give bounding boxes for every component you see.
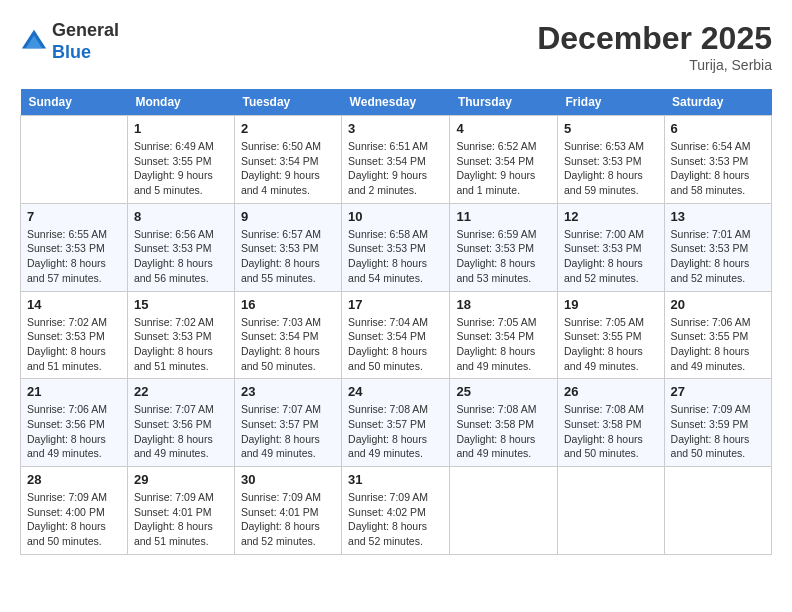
calendar-cell: 6Sunrise: 6:54 AMSunset: 3:53 PMDaylight… [664, 116, 771, 204]
day-info: Sunrise: 6:51 AMSunset: 3:54 PMDaylight:… [348, 139, 443, 198]
day-info: Sunrise: 6:58 AMSunset: 3:53 PMDaylight:… [348, 227, 443, 286]
page-header: General Blue December 2025 Turija, Serbi… [20, 20, 772, 73]
calendar-cell: 3Sunrise: 6:51 AMSunset: 3:54 PMDaylight… [342, 116, 450, 204]
day-number: 23 [241, 384, 335, 399]
calendar-cell: 29Sunrise: 7:09 AMSunset: 4:01 PMDayligh… [127, 467, 234, 555]
day-number: 19 [564, 297, 658, 312]
day-info: Sunrise: 6:53 AMSunset: 3:53 PMDaylight:… [564, 139, 658, 198]
day-number: 21 [27, 384, 121, 399]
calendar-cell: 9Sunrise: 6:57 AMSunset: 3:53 PMDaylight… [234, 203, 341, 291]
calendar-cell [21, 116, 128, 204]
day-number: 11 [456, 209, 551, 224]
calendar-cell: 11Sunrise: 6:59 AMSunset: 3:53 PMDayligh… [450, 203, 558, 291]
calendar-cell: 4Sunrise: 6:52 AMSunset: 3:54 PMDaylight… [450, 116, 558, 204]
day-number: 3 [348, 121, 443, 136]
day-info: Sunrise: 7:05 AMSunset: 3:54 PMDaylight:… [456, 315, 551, 374]
day-number: 15 [134, 297, 228, 312]
calendar-cell: 25Sunrise: 7:08 AMSunset: 3:58 PMDayligh… [450, 379, 558, 467]
col-monday: Monday [127, 89, 234, 116]
day-info: Sunrise: 7:06 AMSunset: 3:55 PMDaylight:… [671, 315, 765, 374]
calendar-cell: 1Sunrise: 6:49 AMSunset: 3:55 PMDaylight… [127, 116, 234, 204]
calendar-cell: 18Sunrise: 7:05 AMSunset: 3:54 PMDayligh… [450, 291, 558, 379]
day-info: Sunrise: 6:54 AMSunset: 3:53 PMDaylight:… [671, 139, 765, 198]
day-number: 5 [564, 121, 658, 136]
title-area: December 2025 Turija, Serbia [537, 20, 772, 73]
col-thursday: Thursday [450, 89, 558, 116]
calendar-cell: 30Sunrise: 7:09 AMSunset: 4:01 PMDayligh… [234, 467, 341, 555]
day-number: 17 [348, 297, 443, 312]
day-info: Sunrise: 6:49 AMSunset: 3:55 PMDaylight:… [134, 139, 228, 198]
day-info: Sunrise: 7:02 AMSunset: 3:53 PMDaylight:… [27, 315, 121, 374]
col-tuesday: Tuesday [234, 89, 341, 116]
day-info: Sunrise: 7:07 AMSunset: 3:56 PMDaylight:… [134, 402, 228, 461]
logo: General Blue [20, 20, 119, 63]
day-info: Sunrise: 7:05 AMSunset: 3:55 PMDaylight:… [564, 315, 658, 374]
calendar-cell: 22Sunrise: 7:07 AMSunset: 3:56 PMDayligh… [127, 379, 234, 467]
day-info: Sunrise: 7:03 AMSunset: 3:54 PMDaylight:… [241, 315, 335, 374]
calendar-cell [664, 467, 771, 555]
calendar-cell: 24Sunrise: 7:08 AMSunset: 3:57 PMDayligh… [342, 379, 450, 467]
calendar-cell: 28Sunrise: 7:09 AMSunset: 4:00 PMDayligh… [21, 467, 128, 555]
day-info: Sunrise: 7:00 AMSunset: 3:53 PMDaylight:… [564, 227, 658, 286]
day-number: 30 [241, 472, 335, 487]
day-info: Sunrise: 7:09 AMSunset: 4:02 PMDaylight:… [348, 490, 443, 549]
day-info: Sunrise: 7:09 AMSunset: 4:00 PMDaylight:… [27, 490, 121, 549]
day-info: Sunrise: 7:02 AMSunset: 3:53 PMDaylight:… [134, 315, 228, 374]
calendar-cell: 2Sunrise: 6:50 AMSunset: 3:54 PMDaylight… [234, 116, 341, 204]
day-info: Sunrise: 7:06 AMSunset: 3:56 PMDaylight:… [27, 402, 121, 461]
col-sunday: Sunday [21, 89, 128, 116]
calendar: Sunday Monday Tuesday Wednesday Thursday… [20, 89, 772, 555]
day-number: 8 [134, 209, 228, 224]
day-number: 9 [241, 209, 335, 224]
day-number: 26 [564, 384, 658, 399]
day-info: Sunrise: 7:09 AMSunset: 4:01 PMDaylight:… [134, 490, 228, 549]
day-info: Sunrise: 6:57 AMSunset: 3:53 PMDaylight:… [241, 227, 335, 286]
col-friday: Friday [557, 89, 664, 116]
calendar-cell: 21Sunrise: 7:06 AMSunset: 3:56 PMDayligh… [21, 379, 128, 467]
day-number: 4 [456, 121, 551, 136]
day-number: 10 [348, 209, 443, 224]
calendar-cell: 27Sunrise: 7:09 AMSunset: 3:59 PMDayligh… [664, 379, 771, 467]
day-number: 31 [348, 472, 443, 487]
day-number: 27 [671, 384, 765, 399]
calendar-cell: 10Sunrise: 6:58 AMSunset: 3:53 PMDayligh… [342, 203, 450, 291]
day-info: Sunrise: 7:07 AMSunset: 3:57 PMDaylight:… [241, 402, 335, 461]
day-info: Sunrise: 6:56 AMSunset: 3:53 PMDaylight:… [134, 227, 228, 286]
day-info: Sunrise: 6:52 AMSunset: 3:54 PMDaylight:… [456, 139, 551, 198]
day-number: 7 [27, 209, 121, 224]
day-number: 29 [134, 472, 228, 487]
day-info: Sunrise: 7:08 AMSunset: 3:57 PMDaylight:… [348, 402, 443, 461]
day-info: Sunrise: 7:09 AMSunset: 4:01 PMDaylight:… [241, 490, 335, 549]
day-number: 16 [241, 297, 335, 312]
calendar-cell: 19Sunrise: 7:05 AMSunset: 3:55 PMDayligh… [557, 291, 664, 379]
day-number: 25 [456, 384, 551, 399]
location: Turija, Serbia [537, 57, 772, 73]
calendar-cell: 13Sunrise: 7:01 AMSunset: 3:53 PMDayligh… [664, 203, 771, 291]
day-info: Sunrise: 7:09 AMSunset: 3:59 PMDaylight:… [671, 402, 765, 461]
day-number: 6 [671, 121, 765, 136]
calendar-cell: 15Sunrise: 7:02 AMSunset: 3:53 PMDayligh… [127, 291, 234, 379]
calendar-cell: 20Sunrise: 7:06 AMSunset: 3:55 PMDayligh… [664, 291, 771, 379]
day-number: 18 [456, 297, 551, 312]
calendar-cell: 7Sunrise: 6:55 AMSunset: 3:53 PMDaylight… [21, 203, 128, 291]
calendar-cell: 31Sunrise: 7:09 AMSunset: 4:02 PMDayligh… [342, 467, 450, 555]
calendar-cell [557, 467, 664, 555]
calendar-cell: 12Sunrise: 7:00 AMSunset: 3:53 PMDayligh… [557, 203, 664, 291]
day-info: Sunrise: 6:50 AMSunset: 3:54 PMDaylight:… [241, 139, 335, 198]
day-info: Sunrise: 6:55 AMSunset: 3:53 PMDaylight:… [27, 227, 121, 286]
calendar-cell: 8Sunrise: 6:56 AMSunset: 3:53 PMDaylight… [127, 203, 234, 291]
day-number: 22 [134, 384, 228, 399]
logo-text: General Blue [52, 20, 119, 63]
logo-icon [20, 28, 48, 56]
col-wednesday: Wednesday [342, 89, 450, 116]
day-number: 24 [348, 384, 443, 399]
day-info: Sunrise: 7:08 AMSunset: 3:58 PMDaylight:… [564, 402, 658, 461]
day-info: Sunrise: 7:01 AMSunset: 3:53 PMDaylight:… [671, 227, 765, 286]
calendar-cell: 16Sunrise: 7:03 AMSunset: 3:54 PMDayligh… [234, 291, 341, 379]
day-number: 14 [27, 297, 121, 312]
month-title: December 2025 [537, 20, 772, 57]
day-number: 13 [671, 209, 765, 224]
calendar-cell: 5Sunrise: 6:53 AMSunset: 3:53 PMDaylight… [557, 116, 664, 204]
calendar-cell: 26Sunrise: 7:08 AMSunset: 3:58 PMDayligh… [557, 379, 664, 467]
calendar-cell [450, 467, 558, 555]
